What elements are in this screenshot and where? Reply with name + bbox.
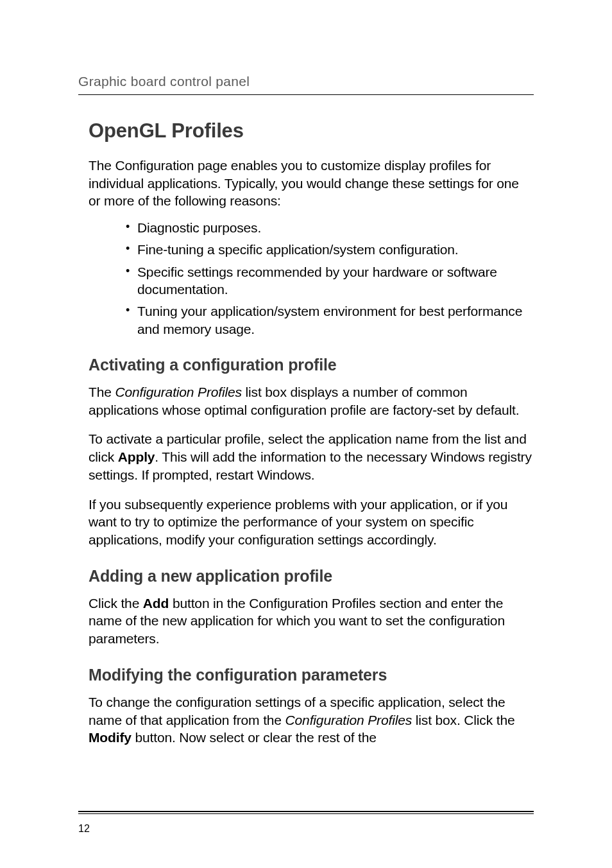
page-title: OpenGL Profiles xyxy=(78,119,534,143)
section-heading-activating: Activating a configuration profile xyxy=(78,356,534,374)
body-paragraph: To change the configuration settings of … xyxy=(78,693,534,747)
footer-rule-thin xyxy=(78,813,534,814)
italic-text: Configuration Profiles xyxy=(115,385,241,399)
text-run: Click the xyxy=(89,596,143,611)
intro-paragraph: The Configuration page enables you to cu… xyxy=(78,157,534,210)
section-heading-modifying: Modifying the configuration parameters xyxy=(78,666,534,684)
text-run: The xyxy=(89,385,115,399)
text-run: button. Now select or clear the rest of … xyxy=(132,730,377,745)
italic-text: Configuration Profiles xyxy=(285,713,412,727)
list-item: Diagnostic purposes. xyxy=(126,219,534,236)
text-run: . This will add the information to the n… xyxy=(89,449,532,482)
body-paragraph: The Configuration Profiles list box disp… xyxy=(78,383,534,419)
bold-text: Apply xyxy=(118,449,155,464)
bold-text: Modify xyxy=(89,730,132,745)
text-run: list box. Click the xyxy=(412,713,514,727)
list-item: Fine-tuning a specific application/syste… xyxy=(126,241,534,258)
header-rule xyxy=(78,94,534,95)
bold-text: Add xyxy=(143,596,169,611)
list-item: Tuning your application/system environme… xyxy=(126,302,534,338)
body-paragraph: Click the Add button in the Configuratio… xyxy=(78,595,534,648)
footer-rule-thick xyxy=(78,811,534,812)
page-number: 12 xyxy=(78,823,534,835)
text-run: If you subsequently experience problems … xyxy=(89,497,507,547)
page-container: Graphic board control panel OpenGL Profi… xyxy=(0,0,612,868)
list-item: Specific settings recommended by your ha… xyxy=(126,263,534,299)
section-heading-adding: Adding a new application profile xyxy=(78,567,534,586)
body-paragraph: To activate a particular profile, select… xyxy=(78,430,534,483)
running-header: Graphic board control panel xyxy=(78,74,534,89)
reasons-list: Diagnostic purposes. Fine-tuning a speci… xyxy=(78,219,534,338)
body-paragraph: If you subsequently experience problems … xyxy=(78,496,534,549)
page-footer: 12 xyxy=(78,811,534,835)
